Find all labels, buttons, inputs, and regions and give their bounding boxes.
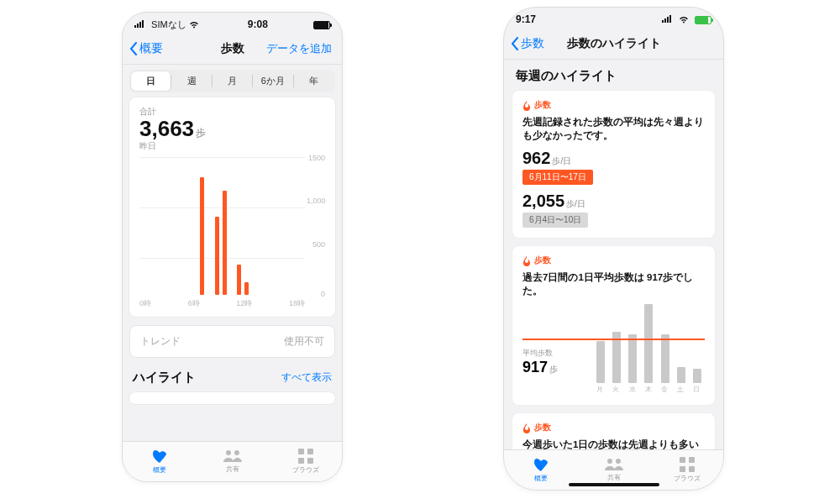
total-steps-value: 3,663 (139, 116, 194, 141)
compare-value-2: 2,055 (522, 192, 564, 210)
trend-label: トレンド (140, 334, 181, 349)
average-readout: 平均歩数 917歩 (522, 348, 558, 376)
nav-title: 歩数のハイライト (567, 36, 661, 51)
chart-x-labels: 0時 6時 12時 18時 (139, 298, 305, 308)
svg-rect-6 (680, 466, 685, 472)
show-all-link[interactable]: すべて表示 (281, 370, 332, 385)
tab-share[interactable]: 共有 (196, 442, 269, 481)
average-value: 917 (522, 359, 548, 375)
svg-rect-2 (298, 458, 304, 464)
card-description: 過去7日間の1日平均歩数は 917歩でした。 (522, 271, 705, 297)
chart-bar (644, 304, 653, 383)
timeframe-segmented-control[interactable]: 日 週 月 6か月 年 (129, 70, 335, 92)
back-label: 概要 (139, 41, 163, 56)
status-time: 9:08 (248, 18, 268, 30)
tab-bar: 概要 共有 ブラウズ (123, 441, 342, 481)
chevron-left-icon (511, 37, 519, 50)
content-scroll[interactable]: 日 週 月 6か月 年 合計 3,663歩 昨日 1500 (123, 65, 342, 441)
chart-bar (628, 334, 637, 383)
chart-bar (661, 334, 669, 383)
flame-icon (522, 101, 531, 109)
grid-icon (298, 449, 313, 464)
add-data-button[interactable]: データを追加 (266, 41, 332, 56)
cell-signal-icon (662, 14, 671, 23)
total-steps-unit: 歩 (196, 127, 206, 139)
category-label: 歩数 (522, 99, 705, 111)
tab-summary[interactable]: 概要 (504, 450, 577, 490)
back-label: 歩数 (521, 36, 544, 51)
chevron-left-icon (129, 42, 138, 55)
nav-bar: 歩数 歩数のハイライト (504, 28, 723, 60)
average-line (522, 339, 705, 340)
chart-bar (693, 369, 701, 383)
svg-rect-3 (307, 458, 313, 464)
segment-6mo[interactable]: 6か月 (253, 71, 292, 91)
home-indicator[interactable] (569, 483, 659, 486)
weekly-highlights-title: 毎週のハイライト (516, 68, 711, 84)
hourly-steps-chart[interactable]: 1500 1,000 500 0 0時 6時 12時 18時 (139, 157, 325, 308)
tab-browse[interactable]: ブラウズ (650, 450, 723, 490)
chart-bar (223, 191, 227, 295)
svg-rect-0 (298, 449, 304, 454)
status-time: 9:17 (516, 13, 536, 25)
card-description: 先週記録された歩数の平均は先々週よりも少なかったです。 (522, 116, 705, 142)
segment-week[interactable]: 週 (171, 71, 211, 91)
heart-icon (151, 449, 168, 464)
svg-rect-5 (689, 457, 695, 463)
chart-bar (215, 217, 219, 295)
status-bar: 9:17 (504, 8, 723, 28)
seven-day-bar-chart: 平均歩数 917歩 月火水木金土日 (522, 304, 705, 395)
people-icon (605, 458, 623, 471)
svg-rect-7 (689, 466, 695, 472)
chart-bar (237, 265, 241, 295)
weekday-labels: 月火水木金土日 (522, 385, 705, 395)
phone-right-highlights: 9:17 歩数 歩数のハイライト 毎週のハイライト 歩数 先週記録された歩数の平… (503, 7, 724, 491)
nav-title: 歩数 (221, 41, 244, 56)
wifi-icon (679, 14, 689, 24)
status-bar: SIMなし 9:08 (123, 13, 342, 33)
grid-icon (680, 457, 695, 472)
wifi-icon (189, 19, 199, 29)
back-button[interactable]: 歩数 (511, 36, 544, 51)
chart-y-labels: 1500 1,000 500 0 (307, 157, 325, 295)
tab-browse[interactable]: ブラウズ (269, 442, 342, 481)
cell-signal-icon (134, 19, 144, 28)
this-week-more-card[interactable]: 歩数 今週歩いた1日の歩数は先週よりも多いです。 262 (512, 413, 715, 451)
chart-bar (200, 177, 204, 295)
trend-value: 使用不可 (284, 334, 324, 349)
highlights-title: ハイライト (133, 370, 196, 386)
chart-bar (677, 367, 685, 383)
segment-month[interactable]: 月 (213, 71, 252, 91)
flame-icon (522, 423, 531, 432)
segment-year[interactable]: 年 (294, 71, 333, 91)
date-range-current: 6月11日〜17日 (522, 170, 593, 185)
back-button[interactable]: 概要 (129, 41, 163, 56)
highlight-card-peek[interactable] (129, 392, 335, 404)
compare-value-1: 962 (522, 149, 550, 167)
highlights-section-header: ハイライト すべて表示 (133, 370, 332, 386)
phone-left-steps-detail: SIMなし 9:08 概要 歩数 データを追加 日 週 月 6か月 (122, 12, 343, 482)
svg-rect-1 (307, 449, 313, 454)
weekly-compare-card[interactable]: 歩数 先週記録された歩数の平均は先々週よりも少なかったです。 962歩/日 6月… (512, 91, 715, 238)
category-label: 歩数 (522, 422, 705, 433)
chart-bar (596, 341, 605, 383)
steps-chart-card: 合計 3,663歩 昨日 1500 1,000 500 0 0時 6時 (129, 97, 335, 317)
carrier-label: SIMなし (151, 19, 186, 29)
people-icon (223, 449, 242, 463)
trend-row[interactable]: トレンド 使用不可 (129, 325, 335, 358)
battery-icon (695, 14, 711, 24)
date-range-previous: 6月4日〜10日 (522, 213, 588, 228)
seven-day-average-card[interactable]: 歩数 過去7日間の1日平均歩数は 917歩でした。 平均歩数 917歩 月火水木… (512, 246, 715, 405)
tab-summary[interactable]: 概要 (123, 442, 196, 481)
category-label: 歩数 (522, 255, 705, 266)
nav-bar: 概要 歩数 データを追加 (123, 33, 342, 65)
tab-bar: 概要 共有 ブラウズ (504, 449, 723, 490)
date-label: 昨日 (139, 140, 325, 152)
chart-bar (244, 282, 249, 295)
segment-day[interactable]: 日 (131, 71, 171, 91)
flame-icon (522, 256, 531, 265)
battery-icon (313, 19, 330, 29)
content-scroll[interactable]: 毎週のハイライト 歩数 先週記録された歩数の平均は先々週よりも少なかったです。 … (504, 60, 723, 451)
svg-rect-4 (680, 457, 685, 463)
heart-icon (533, 457, 549, 472)
